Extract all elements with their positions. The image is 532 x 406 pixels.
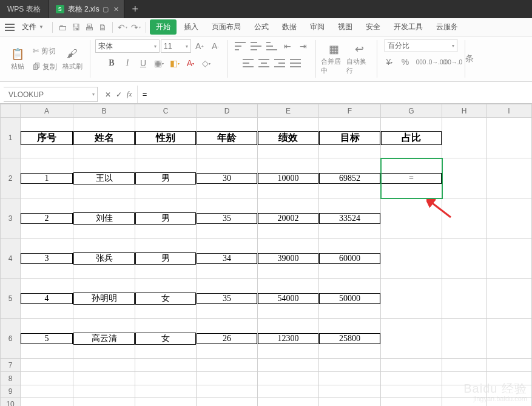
cell-D10[interactable] xyxy=(197,398,258,407)
cell-G10[interactable] xyxy=(381,398,442,407)
column-header-F[interactable]: F xyxy=(319,104,381,118)
cell-I9[interactable] xyxy=(487,385,532,398)
row-header-6[interactable]: 6 xyxy=(1,319,21,359)
cell-E9[interactable] xyxy=(258,385,319,398)
font-size-select[interactable]: 11 ▾ xyxy=(161,39,191,53)
cell-F4[interactable]: 60000 xyxy=(319,239,381,279)
increase-decimal-button[interactable]: .0→.00 xyxy=(429,55,444,69)
thousands-separator-button[interactable]: 000 xyxy=(414,55,428,69)
cell-H8[interactable] xyxy=(442,372,487,385)
increase-font-size-button[interactable]: A+ xyxy=(192,39,207,53)
cell-B10[interactable] xyxy=(73,398,135,407)
paste-button[interactable]: 📋 粘贴 xyxy=(5,40,30,78)
redo-icon[interactable]: ↷▾ xyxy=(130,21,142,33)
cell-G5[interactable] xyxy=(381,279,442,319)
increase-indent-button[interactable]: ⇥ xyxy=(296,39,311,53)
tab-start[interactable]: 开始 xyxy=(150,19,177,35)
column-header-B[interactable]: B xyxy=(73,104,135,118)
cell-A9[interactable] xyxy=(21,385,73,398)
format-painter-button[interactable]: 🖌 格式刷 xyxy=(59,40,85,78)
cell-I8[interactable] xyxy=(487,372,532,385)
cell-H2[interactable] xyxy=(442,158,487,198)
cell-C5[interactable]: 女 xyxy=(135,279,197,319)
align-bottom-button[interactable] xyxy=(264,39,279,53)
file-menu-button[interactable]: 文件 ▼ xyxy=(17,21,49,33)
column-header-G[interactable]: G xyxy=(381,104,442,118)
row-header-10[interactable]: 10 xyxy=(1,398,21,407)
cell-H6[interactable] xyxy=(442,319,487,359)
cell-E10[interactable] xyxy=(258,398,319,407)
cell-A8[interactable] xyxy=(21,372,73,385)
cell-I3[interactable] xyxy=(487,198,532,239)
cell-C7[interactable] xyxy=(135,359,197,372)
cell-A3[interactable]: 2 xyxy=(21,198,73,239)
cell-D8[interactable] xyxy=(197,372,258,385)
formula-input[interactable] xyxy=(137,86,532,103)
row-header-3[interactable]: 3 xyxy=(1,198,21,239)
cell-H9[interactable] xyxy=(442,385,487,398)
italic-button[interactable]: I xyxy=(120,56,135,70)
tab-review[interactable]: 审阅 xyxy=(304,19,331,35)
enter-formula-button[interactable]: ✓ xyxy=(116,90,122,99)
cell-H10[interactable] xyxy=(442,398,487,407)
cell-F10[interactable] xyxy=(319,398,381,407)
row-header-2[interactable]: 2 xyxy=(1,158,21,198)
tab-cloud[interactable]: 云服务 xyxy=(430,19,464,35)
font-name-select[interactable]: 宋体 ▾ xyxy=(95,39,160,53)
copy-button[interactable]: 🗐 复制 xyxy=(33,61,57,73)
cell-C10[interactable] xyxy=(135,398,197,407)
tab-close-icon[interactable]: ✕ xyxy=(112,4,121,14)
cell-H1[interactable] xyxy=(442,118,487,158)
cell-H3[interactable] xyxy=(442,198,487,239)
align-top-button[interactable] xyxy=(233,39,247,53)
align-right-button[interactable] xyxy=(272,56,287,70)
column-header-H[interactable]: H xyxy=(442,104,487,118)
cell-C3[interactable]: 男 xyxy=(135,198,197,239)
tab-insert[interactable]: 插入 xyxy=(178,19,204,35)
cell-G2[interactable]: = xyxy=(381,158,442,198)
row-header-8[interactable]: 8 xyxy=(1,372,21,385)
merge-center-button[interactable]: ▦ 合并居中 xyxy=(321,40,346,78)
bold-button[interactable]: B xyxy=(104,56,119,70)
cell-D6[interactable]: 26 xyxy=(197,319,258,359)
cell-F9[interactable] xyxy=(319,385,381,398)
column-header-C[interactable]: C xyxy=(135,104,197,118)
tab-minimize-icon[interactable]: ▢ xyxy=(101,4,110,14)
cell-C2[interactable]: 男 xyxy=(135,158,197,198)
tab-formulas[interactable]: 公式 xyxy=(248,19,275,35)
row-header-5[interactable]: 5 xyxy=(1,279,21,319)
cell-E7[interactable] xyxy=(258,359,319,372)
font-color-button[interactable]: A▾ xyxy=(183,56,198,70)
fill-color-button[interactable]: ◧▾ xyxy=(167,56,182,70)
cell-E3[interactable]: 20002 xyxy=(258,198,319,239)
number-format-select[interactable]: 百分比 ▾ xyxy=(385,39,457,52)
cell-A1[interactable]: 序号 xyxy=(21,118,73,158)
cut-button[interactable]: ✄ 剪切 xyxy=(33,45,57,57)
save-icon[interactable]: 🖫 xyxy=(70,21,82,33)
cell-B3[interactable]: 刘佳 xyxy=(73,198,135,239)
cell-A7[interactable] xyxy=(21,359,73,372)
cell-E8[interactable] xyxy=(258,372,319,385)
cell-I7[interactable] xyxy=(487,359,532,372)
print-icon[interactable]: 🖶 xyxy=(83,21,95,33)
cancel-formula-button[interactable]: ✕ xyxy=(105,90,111,99)
insert-function-button[interactable]: fx xyxy=(127,90,132,99)
ribbon-more[interactable]: 条 xyxy=(465,36,474,81)
app-tab[interactable]: WPS 表格 xyxy=(0,0,49,18)
cell-D1[interactable]: 年龄 xyxy=(197,118,258,158)
cell-D7[interactable] xyxy=(197,359,258,372)
cell-D3[interactable]: 35 xyxy=(197,198,258,239)
cell-B2[interactable]: 王以 xyxy=(73,158,135,198)
column-header-D[interactable]: D xyxy=(197,104,258,118)
cell-G9[interactable] xyxy=(381,385,442,398)
cell-G1[interactable]: 占比 xyxy=(381,118,442,158)
hamburger-menu-icon[interactable] xyxy=(4,21,16,33)
cell-G7[interactable] xyxy=(381,359,442,372)
cell-I4[interactable] xyxy=(487,239,532,279)
cell-G6[interactable] xyxy=(381,319,442,359)
document-tab[interactable]: S 表格 2.xls ▢ ✕ xyxy=(49,0,124,18)
cell-C8[interactable] xyxy=(135,372,197,385)
cell-I6[interactable] xyxy=(487,319,532,359)
open-file-icon[interactable]: 🗀 xyxy=(56,21,69,33)
cell-I2[interactable] xyxy=(487,158,532,198)
